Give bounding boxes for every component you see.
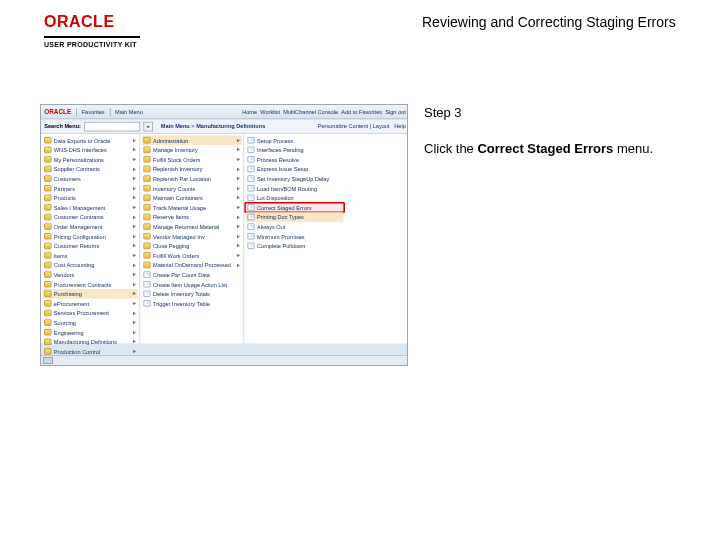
breadcrumb: Main Menu Manufacturing Definitions <box>161 123 265 129</box>
chevron-right-icon: ▸ <box>133 271 136 277</box>
menu-item[interactable]: Cost Accounting▸ <box>43 260 138 270</box>
menu-item[interactable]: Order Management▸ <box>43 222 138 232</box>
menu-item[interactable]: Administration▸ <box>142 135 242 145</box>
menu-item[interactable]: Data Exports to Oracle▸ <box>43 135 138 145</box>
menu-item[interactable]: Printing Doc Types <box>246 212 344 222</box>
menu-item-label: Customer Contracts <box>54 214 104 220</box>
menu-item[interactable]: Close Pegging▸ <box>142 241 242 251</box>
folder-icon <box>143 166 150 172</box>
chevron-right-icon: ▸ <box>237 214 240 220</box>
menu-item-label: Items <box>54 253 68 259</box>
menu-item[interactable]: Track Material Usage▸ <box>142 203 242 213</box>
app-screenshot: ORACLE Favorites Main Menu Home Worklist… <box>40 104 408 366</box>
menu-item-label: Order Management <box>54 224 103 230</box>
page: ORACLE USER PRODUCTIVITY KIT Reviewing a… <box>0 0 720 540</box>
menu-item[interactable]: Manage Inventory▸ <box>142 145 242 155</box>
menu-item-label: Fulfill Stock Orders <box>153 157 200 163</box>
folder-icon <box>44 348 51 354</box>
menu-item[interactable]: Inventory Counts▸ <box>142 183 242 193</box>
chevron-right-icon: ▸ <box>133 339 136 345</box>
horizontal-scrollbar[interactable] <box>41 355 407 365</box>
menu-item[interactable]: Always Out <box>246 222 344 232</box>
toolbar-link[interactable]: Main Menu <box>115 109 143 115</box>
breadcrumb-item[interactable]: Manufacturing Definitions <box>196 123 265 129</box>
search-input[interactable] <box>84 121 140 131</box>
chevron-right-icon: ▸ <box>133 166 136 172</box>
menu-item[interactable]: Complete Pulldown <box>246 241 344 251</box>
menu-item[interactable]: Vendor Managed Inv▸ <box>142 231 242 241</box>
folder-icon <box>44 243 51 249</box>
menu-item[interactable]: Replenish Par Location▸ <box>142 174 242 184</box>
menu-item[interactable]: Create Par Count Data <box>142 270 242 280</box>
menu-item[interactable]: Services Procurement▸ <box>43 308 138 318</box>
menu-item[interactable]: eProcurement▸ <box>43 299 138 309</box>
menu-item[interactable]: Vendors▸ <box>43 270 138 280</box>
personalize-link[interactable]: Personalize Content | Layout <box>318 123 390 129</box>
menu-item[interactable]: Partners▸ <box>43 183 138 193</box>
menu-item[interactable]: Customer Contracts▸ <box>43 212 138 222</box>
menu-item[interactable]: Express Issue Setup <box>246 164 344 174</box>
menu-item[interactable]: Fulfill Stock Orders▸ <box>142 155 242 165</box>
menu-item[interactable]: Procurement Contracts▸ <box>43 279 138 289</box>
document-icon <box>247 233 254 239</box>
menu-item[interactable]: My Personalizations▸ <box>43 155 138 165</box>
menu-item[interactable]: Engineering▸ <box>43 327 138 337</box>
chevron-right-icon: ▸ <box>237 243 240 249</box>
toolbar-link[interactable]: Add to Favorites <box>341 109 382 115</box>
menu-item[interactable]: Interfaces Pending <box>246 145 344 155</box>
menu-item[interactable]: Set Inventory StageUp Delay <box>246 174 344 184</box>
oracle-logo-block: ORACLE USER PRODUCTIVITY KIT <box>44 14 154 48</box>
menu-item[interactable]: Sourcing▸ <box>43 318 138 328</box>
help-link[interactable]: Help <box>394 123 406 129</box>
menu-item[interactable]: Trigger Inventory Table <box>142 299 242 309</box>
menu-item[interactable]: Create Item Usage Action List <box>142 279 242 289</box>
menu-item[interactable]: Fulfill Work Orders▸ <box>142 251 242 261</box>
menu-item[interactable]: Setup Process <box>246 135 344 145</box>
toolbar-link[interactable]: Worklist <box>260 109 280 115</box>
search-go-button[interactable]: » <box>143 121 153 131</box>
folder-icon <box>143 195 150 201</box>
menu-item[interactable]: Minimum Promises <box>246 231 344 241</box>
menu-item[interactable]: Replenish Inventory▸ <box>142 164 242 174</box>
menu-item[interactable]: Pricing Configuration▸ <box>43 231 138 241</box>
folder-icon <box>143 243 150 249</box>
folder-icon <box>44 310 51 316</box>
menu-item[interactable]: Process Resolve <box>246 155 344 165</box>
menu-item[interactable]: Delete Inventory Totals <box>142 289 242 299</box>
toolbar-link[interactable]: Favorites <box>82 109 105 115</box>
menu-item[interactable]: Lot Disposition <box>246 193 344 203</box>
menu-item[interactable]: Reserve Items▸ <box>142 212 242 222</box>
menu-item[interactable]: Manufacturing Definitions▸ <box>43 337 138 347</box>
toolbar-link[interactable]: Sign out <box>385 109 406 115</box>
menu-item[interactable]: Items▸ <box>43 251 138 261</box>
folder-icon <box>44 166 51 172</box>
menu-item-label: eProcurement <box>54 301 89 307</box>
folder-icon <box>143 156 150 162</box>
menu-item[interactable]: Products▸ <box>43 193 138 203</box>
breadcrumb-item[interactable]: Main Menu <box>161 123 196 129</box>
scrollbar-thumb[interactable] <box>43 357 53 364</box>
menu-item-label: Process Resolve <box>257 157 299 163</box>
menu-item-label: Procurement Contracts <box>54 281 112 287</box>
folder-icon <box>143 185 150 191</box>
menu-item[interactable]: Manage Returned Material▸ <box>142 222 242 232</box>
menu-item[interactable]: Customer Returns▸ <box>43 241 138 251</box>
menu-column-1: Administration▸Manage Inventory▸Fulfill … <box>140 134 244 344</box>
menu-item[interactable]: Supplier Contracts▸ <box>43 164 138 174</box>
menu-item[interactable]: Purchasing▸ <box>43 289 138 299</box>
menu-item[interactable]: Material OnDemand Processed▸ <box>142 260 242 270</box>
toolbar-link[interactable]: Home <box>242 109 257 115</box>
menu-item[interactable]: Load Item/BOM Routing <box>246 183 344 193</box>
folder-icon <box>44 300 51 306</box>
document-icon <box>247 204 254 210</box>
menu-item[interactable]: Correct Staged Errors <box>246 203 344 213</box>
menu-item-label: Reserve Items <box>153 214 189 220</box>
menu-area: Data Exports to Oracle▸WNS-DHS Interface… <box>41 134 408 344</box>
menu-item[interactable]: WNS-DHS Interfaces▸ <box>43 145 138 155</box>
menu-item-label: Replenish Par Location <box>153 176 211 182</box>
menu-item[interactable]: Customers▸ <box>43 174 138 184</box>
menu-item[interactable]: Maintain Containers▸ <box>142 193 242 203</box>
chevron-right-icon: ▸ <box>133 185 136 191</box>
toolbar-link[interactable]: MultiChannel Console <box>283 109 338 115</box>
menu-item[interactable]: Sales I Management▸ <box>43 203 138 213</box>
